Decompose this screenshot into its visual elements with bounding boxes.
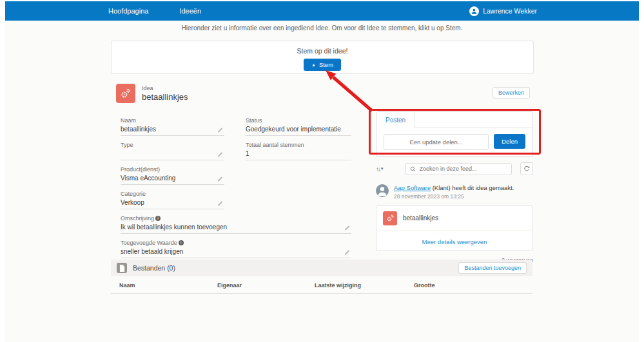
field-status-label: Status <box>246 117 262 124</box>
files-table-header: Naam Eigenaar Laatste wijziging Grootte <box>111 280 532 294</box>
field-status-value: Goedgekeurd voor implementatie <box>246 126 351 133</box>
column-header-eigenaar[interactable]: Eigenaar <box>217 282 242 289</box>
field-categorie-value: Verkoop <box>121 199 224 206</box>
field-categorie: Categorie Verkoop <box>121 191 224 209</box>
feed-toolbar: ↑↓ ▾ <box>376 162 533 175</box>
idea-title: betaallinkjes <box>142 92 188 102</box>
vote-card: Stem op dit idee! ▲ Stem <box>111 41 534 74</box>
idea-gears-icon <box>116 84 135 103</box>
delen-button[interactable]: Delen <box>494 134 525 149</box>
field-naam-label: Naam <box>121 117 136 124</box>
preview-card-title: betaallinkjes <box>403 214 438 222</box>
field-product-label: Product(dienst) <box>121 166 160 173</box>
files-section: Bestanden (0) Bestanden toevoegen Naam E… <box>111 260 532 294</box>
field-omschrijving: Omschrijvingi Ik wil betaallinkjes kunne… <box>121 215 351 234</box>
files-title: Bestanden (0) <box>133 264 175 272</box>
sort-arrows-icon: ↑↓ <box>376 166 380 173</box>
nav-item-ideeen[interactable]: Ideeën <box>179 7 201 15</box>
field-stemmen: Totaal aantal stemmen 1 <box>246 142 351 160</box>
nav-item-hoofdpagina[interactable]: Hoofdpagina <box>108 7 148 15</box>
feed-sort-button[interactable]: ↑↓ ▾ <box>376 166 384 173</box>
field-stemmen-value: 1 <box>246 150 351 157</box>
field-type-value <box>121 150 224 157</box>
feed-search-box <box>405 163 512 175</box>
feed-panel: Posten Delen ↑↓ ▾ Aap Software (Klant) h… <box>376 111 533 263</box>
idea-gears-icon <box>383 211 397 225</box>
field-stemmen-label: Totaal aantal stemmen <box>246 142 304 148</box>
column-header-laatste-wijziging[interactable]: Laatste wijziging <box>315 282 361 289</box>
author-link[interactable]: Aap Software <box>394 184 431 191</box>
spacer <box>246 191 351 215</box>
feed-item: Aap Software (Klant) heeft dit idea gema… <box>376 184 533 200</box>
column-header-naam[interactable]: Naam <box>119 282 135 289</box>
feed-refresh-button[interactable] <box>520 162 533 175</box>
spacer <box>246 166 351 191</box>
field-product: Product(dienst) Visma eAccounting <box>121 166 224 185</box>
user-avatar-icon <box>469 6 479 16</box>
vote-card-title: Stem op dit idee! <box>112 47 533 55</box>
field-naam: Naam betaallinkjes <box>121 117 224 136</box>
field-status: Status Goedgekeurd voor implementatie <box>246 117 351 136</box>
field-waarde-value: sneller betaald krijgen <box>121 248 351 255</box>
field-toegevoegde-waarde: Toegevoegde Waardei sneller betaald krij… <box>121 240 351 258</box>
field-type-label: Type <box>121 142 133 148</box>
file-icon <box>117 263 127 273</box>
instruction-banner: Hieronder ziet u informatie over een ing… <box>0 24 644 32</box>
feed-action-text: (Klant) heeft dit idea gemaakt. <box>433 184 514 191</box>
idea-preview-card[interactable]: betaallinkjes Meer details weergeven <box>376 205 533 251</box>
field-waarde-label: Toegevoegde Waarde <box>121 240 177 246</box>
info-icon: i <box>155 216 161 221</box>
idea-header: Idea betaallinkjes <box>116 84 188 103</box>
edit-button[interactable]: Bewerken <box>493 87 530 99</box>
search-icon <box>410 166 416 172</box>
vote-triangle-icon: ▲ <box>311 62 316 67</box>
feed-timestamp[interactable]: 28 november 2023 om 13:25 <box>394 193 514 200</box>
idea-details-form: Naam betaallinkjes Status Goedgekeurd vo… <box>121 117 351 264</box>
tab-posten[interactable]: Posten <box>376 112 415 128</box>
user-menu[interactable]: Lawrence Wekker <box>469 6 537 16</box>
files-header: Bestanden (0) Bestanden toevoegen <box>111 260 532 276</box>
idea-title-block: Idea betaallinkjes <box>142 85 188 102</box>
field-categorie-label: Categorie <box>121 191 146 197</box>
post-composer: Delen <box>376 128 532 157</box>
top-navigation: Hoofdpagina Ideeën Lawrence Wekker <box>5 1 639 21</box>
more-details-link[interactable]: Meer details weergeven <box>422 238 487 245</box>
add-files-button[interactable]: Bestanden toevoegen <box>458 262 527 274</box>
feed-item-body: Aap Software (Klant) heeft dit idea gema… <box>394 184 514 200</box>
chevron-down-icon: ▾ <box>381 166 384 171</box>
field-type: Type <box>121 142 224 160</box>
publisher-tabs: Posten <box>376 112 532 128</box>
refresh-icon <box>523 166 530 172</box>
field-omschrijving-value: Ik wil betaallinkjes kunnen toevoegen <box>121 223 351 231</box>
stem-button[interactable]: ▲ Stem <box>304 59 341 71</box>
info-icon: i <box>179 240 184 245</box>
author-avatar-icon <box>376 184 389 197</box>
share-update-input[interactable] <box>384 134 489 150</box>
field-omschrijving-label: Omschrijving <box>121 215 154 222</box>
user-name: Lawrence Wekker <box>483 7 537 15</box>
field-naam-value: betaallinkjes <box>121 126 224 133</box>
record-type-label: Idea <box>142 85 188 91</box>
stem-button-label: Stem <box>319 61 333 68</box>
field-product-value: Visma eAccounting <box>121 175 224 182</box>
publisher-card: Posten Delen <box>376 111 533 157</box>
column-header-grootte[interactable]: Grootte <box>414 282 435 289</box>
feed-search-input[interactable] <box>418 165 507 173</box>
